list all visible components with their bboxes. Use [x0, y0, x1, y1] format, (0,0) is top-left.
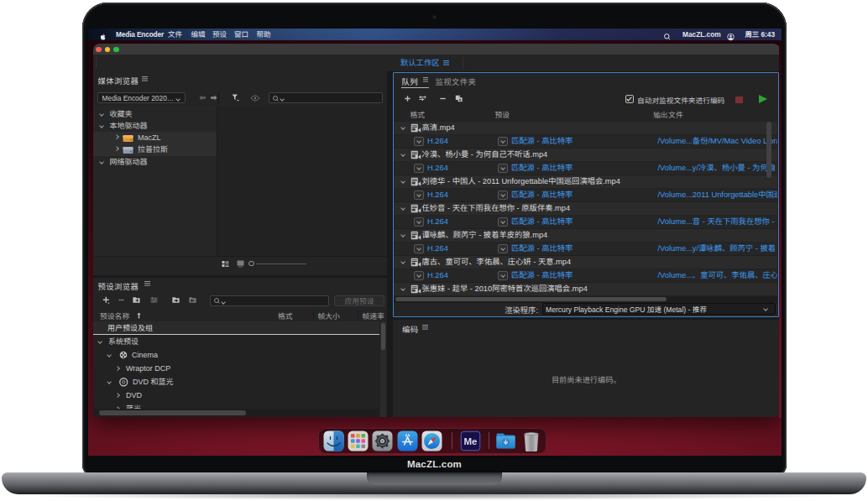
svg-text:Me: Me: [463, 436, 477, 446]
